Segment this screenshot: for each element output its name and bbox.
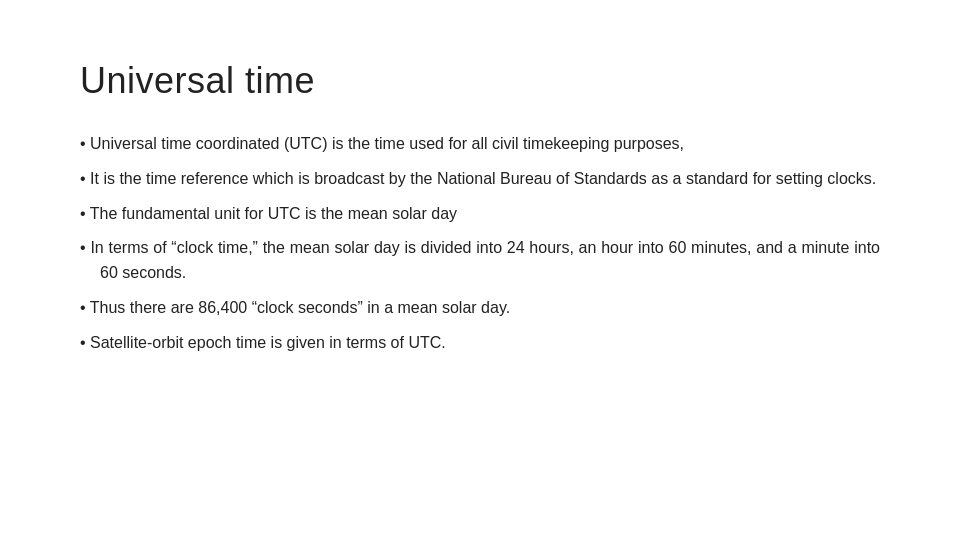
slide-title: Universal time: [80, 60, 880, 102]
bullet-text: Thus there are 86,400 “clock seconds” in…: [90, 299, 510, 316]
list-item: Universal time coordinated (UTC) is the …: [80, 132, 880, 157]
list-item: Satellite-orbit epoch time is given in t…: [80, 331, 880, 356]
bullet-text: It is the time reference which is broadc…: [90, 170, 876, 187]
list-item: Thus there are 86,400 “clock seconds” in…: [80, 296, 880, 321]
list-item: It is the time reference which is broadc…: [80, 167, 880, 192]
bullet-list: Universal time coordinated (UTC) is the …: [80, 132, 880, 356]
bullet-text: Satellite-orbit epoch time is given in t…: [90, 334, 446, 351]
bullet-text: In terms of “clock time,” the mean solar…: [90, 239, 880, 281]
list-item: The fundamental unit for UTC is the mean…: [80, 202, 880, 227]
slide: Universal time Universal time coordinate…: [0, 0, 960, 540]
bullet-text: Universal time coordinated (UTC) is the …: [90, 135, 684, 152]
bullet-text: The fundamental unit for UTC is the mean…: [90, 205, 457, 222]
list-item: In terms of “clock time,” the mean solar…: [80, 236, 880, 286]
